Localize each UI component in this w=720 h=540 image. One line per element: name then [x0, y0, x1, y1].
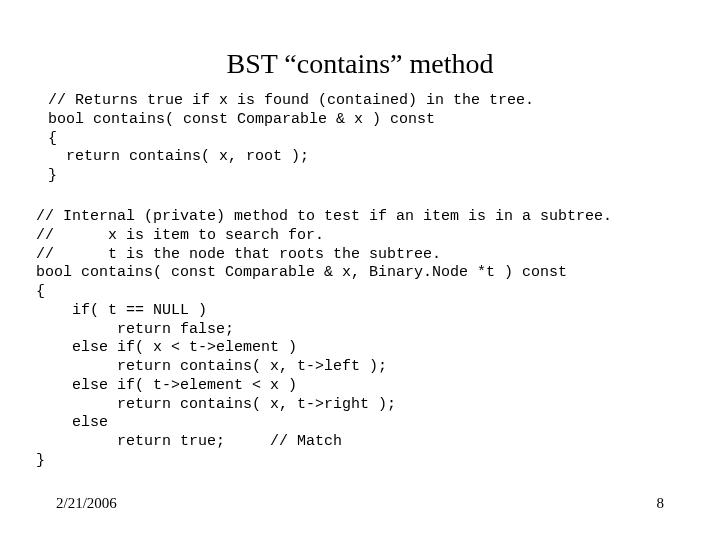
footer-page-number: 8 [657, 495, 665, 512]
footer-date: 2/21/2006 [56, 495, 117, 512]
code-block-public: // Returns true if x is found (contained… [48, 92, 680, 186]
code-block-private: // Internal (private) method to test if … [36, 208, 680, 471]
slide: BST “contains” method // Returns true if… [0, 0, 720, 540]
slide-title: BST “contains” method [0, 48, 720, 80]
